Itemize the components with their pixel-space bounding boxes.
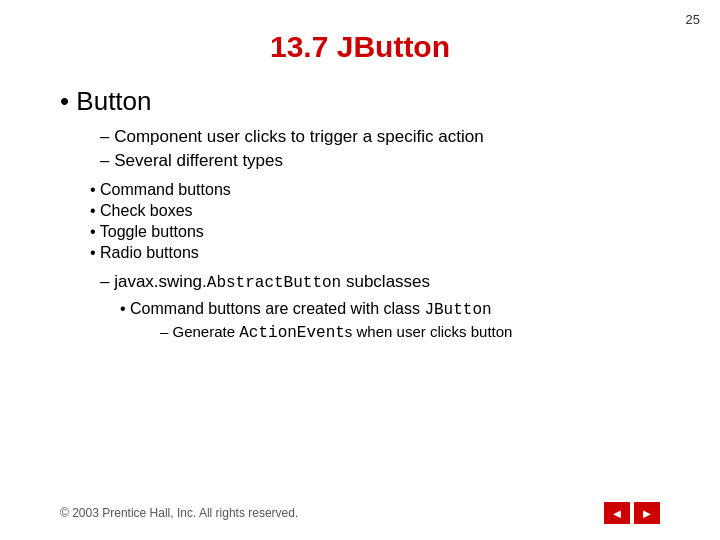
title-number: 13.7 bbox=[270, 30, 328, 63]
command-sub-item: Command buttons are created with class J… bbox=[120, 300, 660, 319]
abstract-text-mono: AbstractButton bbox=[207, 274, 341, 292]
command-sub: Command buttons are created with class J… bbox=[120, 300, 660, 342]
title-text: JButton bbox=[328, 30, 450, 63]
nav-buttons: ◄ ► bbox=[604, 502, 660, 524]
sub-item-2: Several different types bbox=[100, 151, 660, 171]
generate-mono: ActionEvent bbox=[239, 324, 345, 342]
command-sub-sub: Generate ActionEvents when user clicks b… bbox=[160, 323, 660, 342]
prev-button[interactable]: ◄ bbox=[604, 502, 630, 524]
abstract-text-post: subclasses bbox=[341, 272, 430, 291]
sub-list: Component user clicks to trigger a speci… bbox=[100, 127, 660, 171]
abstract-line: javax.swing.AbstractButton subclasses bbox=[100, 272, 660, 292]
dot-list: Command buttons Check boxes Toggle butto… bbox=[90, 181, 660, 262]
abstract-text-pre: javax.swing. bbox=[114, 272, 207, 291]
slide: 25 13.7 JButton Button Component user cl… bbox=[0, 0, 720, 540]
command-class: JButton bbox=[424, 301, 491, 319]
dot-item-1: Command buttons bbox=[90, 181, 660, 199]
command-bullet-text: Command buttons are created with class bbox=[130, 300, 424, 317]
next-arrow: ► bbox=[641, 507, 654, 520]
next-button[interactable]: ► bbox=[634, 502, 660, 524]
main-bullet: Button bbox=[60, 86, 660, 117]
dot-item-2: Check boxes bbox=[90, 202, 660, 220]
generate-line: Generate ActionEvents when user clicks b… bbox=[160, 323, 660, 342]
prev-arrow: ◄ bbox=[611, 507, 624, 520]
generate-post: s when user clicks button bbox=[345, 323, 513, 340]
page-number: 25 bbox=[686, 12, 700, 27]
dot-item-4: Radio buttons bbox=[90, 244, 660, 262]
footer: © 2003 Prentice Hall, Inc. All rights re… bbox=[0, 502, 720, 524]
slide-title: 13.7 JButton bbox=[60, 30, 660, 64]
sub-item-1: Component user clicks to trigger a speci… bbox=[100, 127, 660, 147]
generate-pre: Generate bbox=[173, 323, 240, 340]
dot-item-3: Toggle buttons bbox=[90, 223, 660, 241]
footer-copyright: © 2003 Prentice Hall, Inc. All rights re… bbox=[60, 506, 298, 520]
